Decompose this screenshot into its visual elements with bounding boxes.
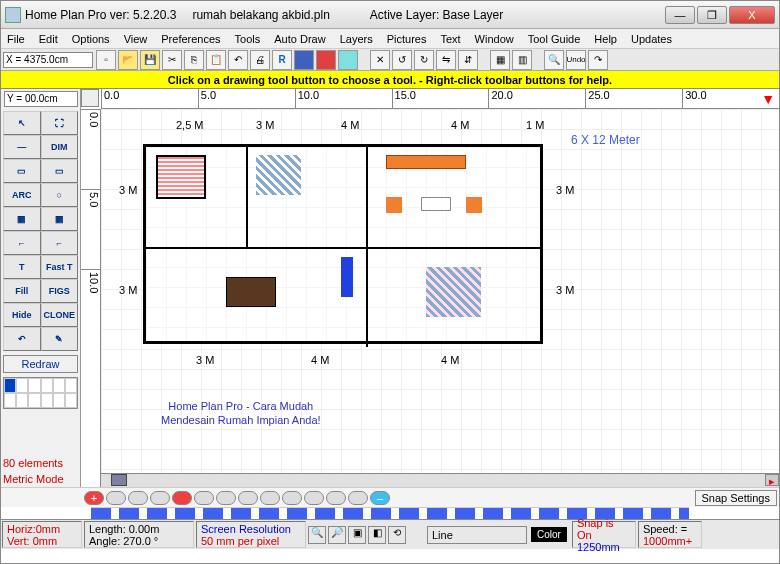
tool-grid1[interactable]: ▦ — [3, 207, 41, 231]
toolbar-redo-icon[interactable]: ↷ — [588, 50, 608, 70]
headline-text: Home Plan Pro - Cara Mudah Mendesain Rum… — [161, 399, 321, 428]
layer-btn-7[interactable] — [238, 491, 258, 505]
close-button[interactable]: X — [729, 6, 775, 24]
layer-btn-1[interactable] — [106, 491, 126, 505]
toolbar-grid2-icon[interactable]: ▥ — [512, 50, 532, 70]
tool-clone[interactable]: CLONE — [41, 303, 79, 327]
toolbar-print-icon[interactable]: 🖨 — [250, 50, 270, 70]
zoom-extents-icon[interactable]: ◧ — [368, 526, 386, 544]
toolbar-save-icon[interactable]: 💾 — [140, 50, 160, 70]
toolbar-new-icon[interactable]: ▫ — [96, 50, 116, 70]
layer-btn-3[interactable] — [150, 491, 170, 505]
toolbar-paste-icon[interactable]: 📋 — [206, 50, 226, 70]
layer-btn-2[interactable] — [128, 491, 148, 505]
menu-text[interactable]: Text — [440, 33, 460, 45]
drawing-canvas[interactable]: 0.05.010.015.020.025.030.0 ▼ 0.05.010.0 … — [81, 89, 779, 487]
toolbar-flip-h-icon[interactable]: ⇋ — [436, 50, 456, 70]
menu-options[interactable]: Options — [72, 33, 110, 45]
toolbar-rotate-r-icon[interactable]: ↻ — [414, 50, 434, 70]
toolbar-cyan-icon[interactable] — [338, 50, 358, 70]
menu-tools[interactable]: Tools — [235, 33, 261, 45]
layer-btn-5[interactable] — [194, 491, 214, 505]
menu-layers[interactable]: Layers — [340, 33, 373, 45]
zoom-reset-icon[interactable]: ⟲ — [388, 526, 406, 544]
dim-top1: 2,5 M — [176, 119, 204, 131]
layer-btn-4[interactable] — [172, 491, 192, 505]
menu-help[interactable]: Help — [594, 33, 617, 45]
toolbar-undo-icon[interactable]: ↶ — [228, 50, 248, 70]
tool-fill[interactable]: Fill — [3, 279, 41, 303]
toolbar-grid1-icon[interactable]: ▦ — [490, 50, 510, 70]
snap-settings-button[interactable]: Snap Settings — [695, 490, 778, 506]
horizontal-scrollbar[interactable]: ▸ — [101, 473, 779, 487]
tool-rect1[interactable]: ▭ — [3, 159, 41, 183]
menubar: File Edit Options View Preferences Tools… — [1, 29, 779, 49]
zoom-in-icon[interactable]: 🔍 — [308, 526, 326, 544]
tool-corner1[interactable]: ⌐ — [3, 231, 41, 255]
tool-select[interactable]: ↖ — [3, 111, 41, 135]
furniture-table-small — [421, 197, 451, 211]
line-style-select[interactable]: Line — [427, 526, 527, 544]
zoom-fit-icon[interactable]: ▣ — [348, 526, 366, 544]
tool-dim[interactable]: DIM — [41, 135, 79, 159]
layer-add-button[interactable]: + — [84, 491, 104, 505]
tool-grid2[interactable]: ▦ — [41, 207, 79, 231]
menu-toolguide[interactable]: Tool Guide — [528, 33, 581, 45]
tool-fasttext[interactable]: Fast T — [41, 255, 79, 279]
tool-rect2[interactable]: ▭ — [41, 159, 79, 183]
elements-count: 80 elements — [1, 455, 80, 471]
layer-btn-6[interactable] — [216, 491, 236, 505]
menu-preferences[interactable]: Preferences — [161, 33, 220, 45]
toolbar-delete-icon[interactable]: ✕ — [370, 50, 390, 70]
menu-updates[interactable]: Updates — [631, 33, 672, 45]
tool-arc[interactable]: ARC — [3, 183, 41, 207]
color-palette[interactable] — [3, 377, 78, 409]
layer-remove-button[interactable]: – — [370, 491, 390, 505]
maximize-button[interactable]: ❐ — [697, 6, 727, 24]
toolbar-open-icon[interactable]: 📂 — [118, 50, 138, 70]
color-button[interactable]: Color — [531, 527, 567, 542]
status-length: Length: 0.00m — [89, 523, 189, 535]
tool-corner2[interactable]: ⌐ — [41, 231, 79, 255]
layer-btn-9[interactable] — [282, 491, 302, 505]
menu-window[interactable]: Window — [475, 33, 514, 45]
tool-pencil[interactable]: ✎ — [41, 327, 79, 351]
toolbar-cut-icon[interactable]: ✂ — [162, 50, 182, 70]
toolbar-flip-v-icon[interactable]: ⇵ — [458, 50, 478, 70]
dim-top4: 4 M — [451, 119, 469, 131]
scrollbar-right-arrow-icon[interactable]: ▸ — [765, 474, 779, 486]
layer-btn-11[interactable] — [326, 491, 346, 505]
wall-middle — [146, 247, 540, 249]
layer-btn-10[interactable] — [304, 491, 324, 505]
menu-view[interactable]: View — [124, 33, 148, 45]
tool-figs[interactable]: FIGS — [41, 279, 79, 303]
toolbar-blue-icon[interactable] — [294, 50, 314, 70]
coord-x: X = 4375.0cm — [3, 52, 93, 68]
scrollbar-thumb[interactable] — [111, 474, 127, 486]
coord-y: Y = 00.0cm — [4, 91, 78, 107]
menu-pictures[interactable]: Pictures — [387, 33, 427, 45]
toolbar-undo2-icon[interactable]: Undo — [566, 50, 586, 70]
toolbar-copy-icon[interactable]: ⎘ — [184, 50, 204, 70]
tool-undo[interactable]: ↶ — [3, 327, 41, 351]
redraw-button[interactable]: Redraw — [3, 355, 78, 373]
toolbar-rotate-l-icon[interactable]: ↺ — [392, 50, 412, 70]
toolbar-zoom-icon[interactable]: 🔍 — [544, 50, 564, 70]
layer-btn-8[interactable] — [260, 491, 280, 505]
toolbar-red-icon[interactable] — [316, 50, 336, 70]
zoom-out-icon[interactable]: 🔎 — [328, 526, 346, 544]
menu-edit[interactable]: Edit — [39, 33, 58, 45]
tool-line[interactable]: — — [3, 135, 41, 159]
tool-circle[interactable]: ○ — [41, 183, 79, 207]
menu-file[interactable]: File — [7, 33, 25, 45]
layer-btn-12[interactable] — [348, 491, 368, 505]
toolbar-r-icon[interactable]: R — [272, 50, 292, 70]
app-title: Home Plan Pro ver: 5.2.20.3 — [25, 8, 176, 22]
tool-marquee[interactable]: ⛶ — [41, 111, 79, 135]
tool-hide[interactable]: Hide — [3, 303, 41, 327]
minimize-button[interactable]: — — [665, 6, 695, 24]
tool-grid: ↖ ⛶ — DIM ▭ ▭ ARC ○ ▦ ▦ ⌐ ⌐ T Fast T Fil… — [1, 109, 80, 353]
tool-text[interactable]: T — [3, 255, 41, 279]
dim-right2: 3 M — [556, 284, 574, 296]
menu-autodraw[interactable]: Auto Draw — [274, 33, 325, 45]
